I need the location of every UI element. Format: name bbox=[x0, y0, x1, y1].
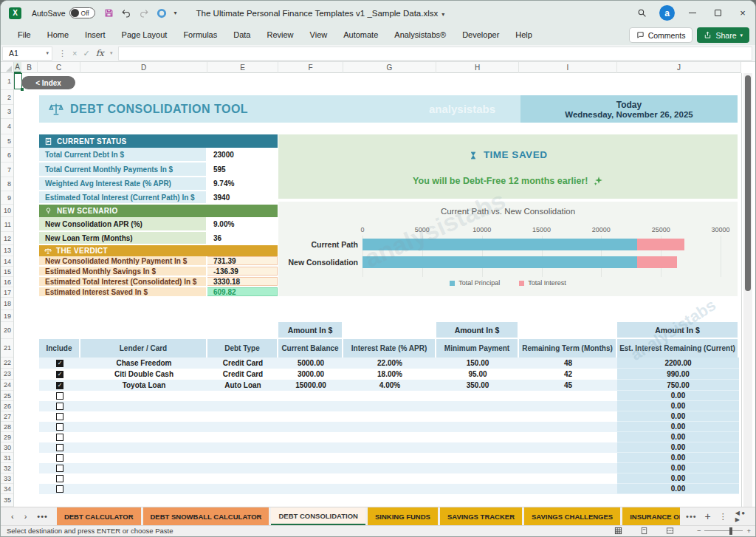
row-header-27[interactable]: 27 bbox=[1, 411, 13, 422]
include-checkbox[interactable]: ✓ bbox=[56, 382, 63, 389]
undo-icon[interactable] bbox=[121, 8, 131, 18]
cell-include[interactable] bbox=[39, 463, 80, 473]
row-header-5[interactable]: 5 bbox=[1, 134, 13, 148]
cell-include[interactable] bbox=[39, 401, 80, 411]
row-header-3[interactable]: 3 bbox=[1, 105, 13, 119]
row-header-26[interactable]: 26 bbox=[1, 401, 13, 411]
row-header-28[interactable]: 28 bbox=[1, 422, 13, 432]
row-header-7[interactable]: 7 bbox=[1, 163, 13, 177]
column-header-f[interactable]: F bbox=[278, 62, 343, 73]
tab-pager-icons[interactable]: ◀ ● ▶ bbox=[735, 510, 748, 523]
page-layout-view-icon[interactable] bbox=[640, 527, 648, 535]
column-header-c[interactable]: C bbox=[38, 62, 80, 73]
cell-include[interactable]: ✓ bbox=[39, 380, 80, 391]
current-status-value[interactable]: 595 bbox=[207, 163, 278, 176]
new-scenario-value[interactable]: 36 bbox=[207, 232, 278, 244]
row-header-34[interactable]: 34 bbox=[1, 484, 13, 494]
autosave-control[interactable]: AutoSave Off bbox=[32, 7, 95, 18]
sheet-tab-savings-tracker[interactable]: SAVINGS TRACKER bbox=[440, 507, 522, 525]
cell-include[interactable] bbox=[39, 453, 80, 463]
sheet-tab-sinking-funds[interactable]: SINKING FUNDS bbox=[368, 507, 438, 525]
ribbon-tab-analysistabs[interactable]: Analysistabs® bbox=[386, 25, 454, 45]
row-header-1[interactable]: 1 bbox=[1, 73, 13, 90]
column-header-h[interactable]: H bbox=[436, 62, 519, 73]
row-header-4[interactable]: 4 bbox=[1, 119, 13, 134]
row-header-18[interactable]: 18 bbox=[1, 298, 13, 310]
row-headers[interactable]: 1234567891011121314151617181920212223242… bbox=[1, 73, 14, 507]
current-status-value[interactable]: 9.74% bbox=[207, 177, 278, 190]
zoom-out-icon[interactable]: − bbox=[697, 527, 701, 535]
row-header-6[interactable]: 6 bbox=[1, 148, 13, 163]
column-header-e[interactable]: E bbox=[207, 62, 278, 73]
ribbon-tab-automate[interactable]: Automate bbox=[335, 25, 386, 45]
include-checkbox[interactable] bbox=[56, 454, 63, 462]
verdict-value[interactable]: 731.39 bbox=[207, 256, 278, 265]
include-checkbox[interactable] bbox=[56, 444, 63, 451]
include-checkbox[interactable] bbox=[56, 413, 63, 420]
column-header-a[interactable]: A bbox=[14, 62, 21, 73]
tabs-scroll-right-icon[interactable]: › bbox=[24, 512, 27, 521]
maximize-button[interactable] bbox=[705, 1, 730, 25]
sheet-grid[interactable]: 1234567891011121314151617181920212223242… bbox=[1, 73, 756, 507]
ribbon-tab-insert[interactable]: Insert bbox=[77, 25, 114, 45]
vertical-scrollbar-thumb[interactable] bbox=[745, 75, 751, 291]
new-scenario-value[interactable]: 9.00% bbox=[207, 217, 278, 230]
insert-function-icon[interactable]: fx bbox=[96, 48, 104, 58]
verdict-value[interactable]: 609.82 bbox=[207, 287, 278, 296]
index-nav-button[interactable]: < Index bbox=[21, 76, 75, 89]
ribbon-tab-review[interactable]: Review bbox=[258, 25, 301, 45]
ribbon-tab-page-layout[interactable]: Page Layout bbox=[114, 25, 176, 45]
tabs-more-icon[interactable]: ••• bbox=[37, 512, 48, 521]
column-header-d[interactable]: D bbox=[80, 62, 207, 73]
cancel-entry-icon[interactable]: × bbox=[72, 49, 77, 58]
sheet-tab-debt-consolidation[interactable]: DEBT CONSOLIDATION bbox=[271, 507, 365, 525]
formula-input[interactable] bbox=[118, 47, 752, 61]
column-header-g[interactable]: G bbox=[343, 62, 436, 73]
minimize-button[interactable] bbox=[680, 1, 705, 25]
tabs-scroll-left-icon[interactable]: ‹ bbox=[11, 512, 14, 521]
account-avatar[interactable]: a bbox=[659, 5, 675, 21]
include-checkbox[interactable] bbox=[56, 475, 63, 482]
confirm-entry-icon[interactable]: ✓ bbox=[83, 49, 89, 58]
include-checkbox[interactable] bbox=[56, 485, 63, 493]
page-break-view-icon[interactable] bbox=[666, 527, 674, 535]
row-header-11[interactable]: 11 bbox=[1, 217, 13, 232]
row-header-31[interactable]: 31 bbox=[1, 453, 13, 463]
row-header-8[interactable]: 8 bbox=[1, 177, 13, 191]
row-header-23[interactable]: 23 bbox=[1, 369, 13, 380]
cell-include[interactable] bbox=[39, 411, 80, 422]
include-checkbox[interactable] bbox=[56, 423, 63, 431]
sheet-tab-savings-challenges[interactable]: SAVINGS CHALLENGES bbox=[524, 507, 620, 525]
cell-include[interactable]: ✓ bbox=[39, 369, 80, 380]
verdict-value[interactable]: 3330.18 bbox=[207, 277, 278, 286]
include-checkbox[interactable]: ✓ bbox=[56, 360, 63, 367]
close-button[interactable]: × bbox=[730, 1, 755, 25]
row-header-20[interactable]: 20 bbox=[1, 322, 13, 339]
row-header-24[interactable]: 24 bbox=[1, 380, 13, 391]
ribbon-tab-developer[interactable]: Developer bbox=[454, 25, 507, 45]
search-icon[interactable] bbox=[629, 1, 654, 25]
row-header-15[interactable]: 15 bbox=[1, 267, 13, 277]
current-status-value[interactable]: 3940 bbox=[207, 191, 278, 203]
column-header-i[interactable]: I bbox=[519, 62, 617, 73]
column-headers[interactable]: ABCDEFGHIJ bbox=[1, 62, 741, 73]
row-header-30[interactable]: 30 bbox=[1, 442, 13, 453]
row-header-17[interactable]: 17 bbox=[1, 287, 13, 298]
sheet-tab-insurance-organiz[interactable]: INSURANCE ORGANIZ bbox=[622, 507, 680, 525]
include-checkbox[interactable] bbox=[56, 392, 63, 400]
zoom-slider-handle[interactable] bbox=[729, 527, 732, 535]
row-header-9[interactable]: 9 bbox=[1, 191, 13, 205]
cell-include[interactable] bbox=[39, 391, 80, 401]
tab-menu-icon[interactable]: ⋮ bbox=[719, 512, 727, 521]
cell-include[interactable] bbox=[39, 422, 80, 432]
vertical-scrollbar[interactable] bbox=[743, 73, 752, 507]
row-header-16[interactable]: 16 bbox=[1, 277, 13, 287]
row-header-35[interactable]: 35 bbox=[1, 494, 13, 507]
zoom-slider[interactable] bbox=[704, 530, 743, 532]
include-checkbox[interactable] bbox=[56, 403, 63, 410]
row-header-14[interactable]: 14 bbox=[1, 256, 13, 267]
row-header-29[interactable]: 29 bbox=[1, 432, 13, 442]
qat-more-icon[interactable]: ▾ bbox=[174, 10, 177, 16]
column-header-j[interactable]: J bbox=[617, 62, 741, 73]
cell-include[interactable] bbox=[39, 432, 80, 442]
